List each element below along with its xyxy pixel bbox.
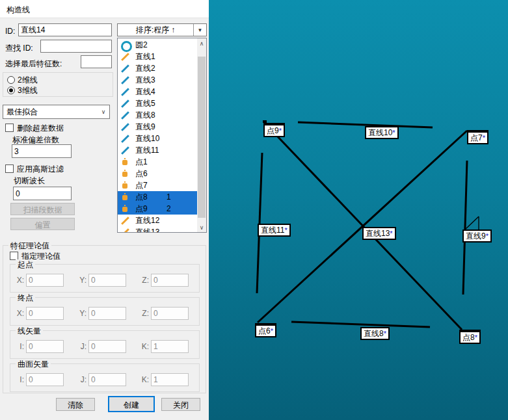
list-item-label: 点1: [135, 157, 148, 168]
list-item[interactable]: 点7: [118, 179, 197, 191]
list-item[interactable]: 直线1: [118, 51, 197, 62]
theo-subgroup: 曲面矢量I:J:K:: [10, 363, 200, 392]
feature-line-line-11[interactable]: [257, 153, 262, 293]
list-item[interactable]: 直线3: [118, 74, 197, 86]
theo-field-input[interactable]: [151, 274, 189, 287]
feature-label[interactable]: 直线13*: [362, 227, 396, 240]
line-orange-icon: [121, 217, 129, 225]
feature-label-asterisk: *: [486, 232, 488, 240]
list-item[interactable]: 直线10: [118, 133, 197, 144]
theo-field: X:: [14, 307, 64, 320]
radio-2d[interactable]: 2维线: [7, 75, 38, 86]
radio-3d[interactable]: 3维线: [7, 85, 38, 96]
list-item[interactable]: 直线11: [118, 144, 197, 156]
offset-button[interactable]: 偏置: [10, 218, 75, 230]
radio-3d-icon[interactable]: [7, 86, 15, 94]
feature-label-text: 直线11: [261, 226, 284, 235]
close-button[interactable]: 关闭: [161, 398, 200, 411]
theo-field-input[interactable]: [88, 307, 126, 320]
feature-label[interactable]: 直线8*: [360, 327, 390, 340]
last-count-input[interactable]: [81, 55, 112, 68]
point-icon: [121, 170, 129, 178]
remove-outliers-checkbox-icon[interactable]: [5, 124, 14, 132]
list-item[interactable]: 点1: [118, 156, 197, 168]
list-item[interactable]: 直线12: [118, 215, 197, 226]
list-item[interactable]: 点92: [118, 203, 197, 215]
scan-segment-button[interactable]: 扫描段数据: [10, 203, 75, 215]
id-input[interactable]: [18, 23, 112, 36]
theo-field-input[interactable]: [151, 340, 189, 353]
theo-field-input[interactable]: [151, 307, 189, 320]
theo-field: Z:: [139, 307, 189, 320]
feature-line-line-9[interactable]: [463, 161, 467, 295]
feature-line-line-8[interactable]: [291, 322, 430, 327]
construct-line-window: 构造线 ID: 排序:程序 ↑ ▼ 查找 ID: 选择最后特征数: 圆2直线1直…: [0, 0, 508, 420]
fit-method-value: 最佳拟合: [7, 107, 98, 118]
feature-label-asterisk: *: [390, 230, 392, 237]
feature-label-asterisk: *: [392, 129, 395, 137]
theo-field-input[interactable]: [26, 307, 64, 320]
chevron-down-icon: ∨: [98, 109, 109, 115]
theo-field-input[interactable]: [26, 274, 64, 287]
radio-2d-icon[interactable]: [7, 76, 15, 84]
sort-dropdown[interactable]: 排序:程序 ↑ ▼: [117, 23, 207, 36]
feature-label[interactable]: 点6*: [255, 323, 276, 337]
feature-label[interactable]: 直线10*: [365, 126, 399, 139]
feature-list[interactable]: 圆2直线1直线2直线3直线4直线5直线8直线9直线10直线11点1点6点7点81…: [117, 38, 207, 233]
feature-label-text: 点9: [267, 126, 279, 135]
feature-label-asterisk: *: [483, 134, 485, 142]
point-icon: [121, 158, 129, 166]
list-item[interactable]: 直线2: [118, 62, 197, 74]
cutoff-input[interactable]: [13, 187, 72, 200]
sort-dropdown-label: 排序:程序 ↑: [118, 25, 193, 36]
list-item[interactable]: 点81: [118, 191, 197, 203]
id-label: ID:: [5, 27, 15, 36]
create-button[interactable]: 创建: [108, 396, 155, 412]
list-item[interactable]: 直线4: [118, 86, 197, 98]
chevron-down-icon[interactable]: ▼: [193, 24, 206, 36]
feature-line-line9-whisker-1[interactable]: [465, 217, 479, 230]
find-id-label: 查找 ID:: [5, 43, 33, 54]
theo-field-row: X:Y:Z:: [14, 274, 189, 287]
stddev-input[interactable]: [12, 144, 72, 158]
list-item[interactable]: 直线13: [118, 226, 197, 233]
list-item[interactable]: 直线9: [118, 121, 197, 133]
theo-field-row: I:J:K:: [14, 340, 189, 353]
scroll-down-icon[interactable]: ∨: [197, 222, 206, 232]
feature-label[interactable]: 点9*: [263, 123, 285, 137]
list-item[interactable]: 直线5: [118, 98, 197, 109]
theo-field-input[interactable]: [88, 340, 126, 353]
list-item-label: 直线12: [135, 215, 159, 226]
theo-field-input[interactable]: [26, 340, 64, 353]
gauss-filter-label: 应用高斯过滤: [17, 164, 64, 174]
scroll-up-icon[interactable]: ∧: [197, 38, 206, 48]
selection-order-number: 2: [167, 204, 171, 213]
theo-field: Z:: [139, 274, 189, 287]
fit-method-select[interactable]: 最佳拟合 ∨: [3, 105, 110, 119]
feature-label[interactable]: 直线11*: [258, 224, 291, 237]
feature-label[interactable]: 点8*: [459, 330, 481, 344]
gauss-filter-checkbox[interactable]: 应用高斯过滤: [5, 164, 64, 175]
cad-viewport[interactable]: 点9*直线10*点7*直线11*直线13*直线9*点6*直线8*点8*: [209, 0, 508, 420]
geometry-canvas: [209, 0, 508, 420]
clear-button[interactable]: 清除: [56, 398, 95, 411]
theo-field-input[interactable]: [88, 373, 126, 386]
theo-field-input[interactable]: [88, 274, 126, 287]
remove-outliers-checkbox[interactable]: 删除超差数据: [5, 123, 64, 134]
theo-field-input[interactable]: [26, 373, 64, 386]
theo-field: X:: [14, 274, 64, 287]
list-item[interactable]: 直线8: [118, 109, 197, 121]
theo-field-row: X:Y:Z:: [14, 307, 189, 320]
feature-label[interactable]: 点7*: [467, 130, 488, 144]
theo-subgroup: 线矢量I:J:K:: [10, 330, 200, 359]
feature-label[interactable]: 直线9*: [462, 230, 492, 243]
find-id-input[interactable]: [40, 40, 112, 53]
dialog-titlebar[interactable]: 构造线: [0, 0, 209, 18]
theo-field-label: X:: [14, 309, 24, 318]
list-item[interactable]: 点6: [118, 168, 197, 179]
gauss-filter-checkbox-icon[interactable]: [5, 164, 14, 173]
list-scrollbar[interactable]: ∧ ∨: [197, 38, 206, 232]
list-item[interactable]: 圆2: [118, 39, 197, 51]
scrollbar-thumb[interactable]: [198, 57, 206, 218]
theo-field-input[interactable]: [151, 373, 189, 386]
